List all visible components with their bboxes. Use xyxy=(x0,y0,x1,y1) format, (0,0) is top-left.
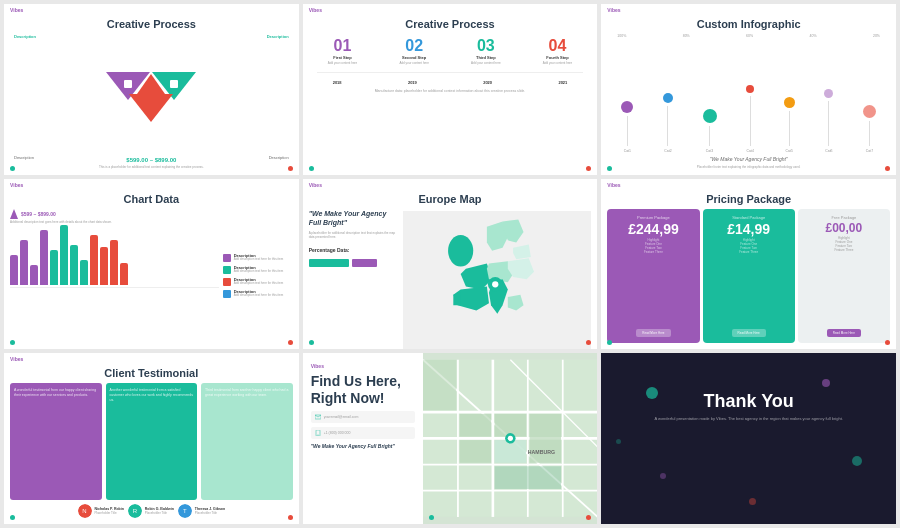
brand-label: Vibes xyxy=(607,7,620,13)
legend-desc: Add description text here for this item xyxy=(234,258,284,262)
person-title-2: Placeholder Title xyxy=(145,511,174,515)
price-feature-standard: HighlightFeature OneFeature TwoFeature T… xyxy=(739,238,758,255)
price-card-premium: Premium Package £244,99 HighlightFeature… xyxy=(607,209,699,344)
bg-dot-5 xyxy=(749,498,756,505)
price-label-premium: Premium Package xyxy=(637,215,670,220)
brand-label: Vibes xyxy=(309,7,322,13)
slide-title: Chart Data xyxy=(124,193,180,205)
bar xyxy=(120,263,128,285)
bar xyxy=(110,240,118,285)
bar xyxy=(50,250,58,285)
step-num-3: 03 xyxy=(477,38,495,54)
testimonial-card-3: Third testimonial from another happy cli… xyxy=(201,383,293,500)
infographic-footer: Placeholder footer text explaining the i… xyxy=(611,165,886,169)
testimonial-people: N Nicholas P. Robin Placeholder Title R … xyxy=(10,504,293,518)
brand-label: Vibes xyxy=(309,182,322,188)
timeline-line: 2018 2019 2020 2021 xyxy=(309,68,592,85)
step-label-3: Third Step xyxy=(476,55,496,60)
inf-line xyxy=(789,111,790,146)
phone-placeholder: +1 (800) 000 000 xyxy=(324,431,351,435)
desc-bottom-right: Description xyxy=(269,155,289,163)
legend-color-4 xyxy=(223,290,231,298)
desc-bottom-left: Description xyxy=(14,155,34,163)
inf-col-4: Cat4 xyxy=(746,85,754,153)
slide-europe-map: Vibes Europe Map "We Make Your Agency Fu… xyxy=(303,179,598,350)
svg-rect-33 xyxy=(529,414,560,463)
step-num-2: 02 xyxy=(405,38,423,54)
steps-container: 01 First Step Add your content here 02 S… xyxy=(309,38,592,66)
year-4: 2021 xyxy=(558,80,567,85)
thankyou-subtitle: A wonderful presentation made by Vibes. … xyxy=(654,416,842,422)
pct-bar-teal xyxy=(309,259,349,267)
svg-point-17 xyxy=(317,434,318,435)
dot-teal xyxy=(429,515,434,520)
avatar-1: N xyxy=(78,504,92,518)
bar xyxy=(20,240,28,285)
svg-rect-31 xyxy=(459,440,490,463)
bg-dot-2 xyxy=(822,379,830,387)
step-2: 02 Second Step Add your content here xyxy=(380,38,448,66)
slide-footer: Manufacture data: placeholder for additi… xyxy=(375,89,526,93)
map-left-panel: "We Make Your Agency Full Bright" A plac… xyxy=(309,209,399,350)
slide-creative-process-1: Vibes Creative Process Description Descr… xyxy=(4,4,299,175)
slide-pricing: Vibes Pricing Package Premium Package £2… xyxy=(601,179,896,350)
price-feature-free: HighlightFeature OneFeature TwoFeature T… xyxy=(834,236,853,253)
inf-label: 100% xyxy=(617,34,626,38)
bg-dot-6 xyxy=(616,439,621,444)
inf-cat-label: Cat5 xyxy=(786,149,793,153)
dot-red xyxy=(586,166,591,171)
inf-dot-purple xyxy=(621,101,633,113)
svg-marker-5 xyxy=(453,292,460,305)
step-label-1: First Step xyxy=(333,55,351,60)
find-phone-input[interactable]: +1 (800) 000 000 xyxy=(311,427,415,439)
svg-rect-35 xyxy=(494,467,560,490)
legend-item-3: Description Add description text here fo… xyxy=(223,277,293,286)
price-amount-premium: £244,99 xyxy=(628,222,679,236)
slide-infographic: Vibes Custom Infographic 100% 80% 60% 40… xyxy=(601,4,896,175)
slide-title: Client Testimonial xyxy=(104,367,198,379)
person-info-1: Nicholas P. Robin Placeholder Title xyxy=(95,507,124,515)
inf-cat-label: Cat1 xyxy=(624,149,631,153)
find-email-input[interactable]: youremail@email.com xyxy=(311,411,415,423)
year-3: 2020 xyxy=(483,80,492,85)
slide-creative-process-2: Vibes Creative Process 01 First Step Add… xyxy=(303,4,598,175)
legend-item-1: Description Add description text here fo… xyxy=(223,253,293,262)
slide-title: Custom Infographic xyxy=(697,18,801,30)
inf-labels: 100% 80% 60% 40% 20% xyxy=(611,34,886,38)
desc-label-right: Description xyxy=(267,34,289,39)
thankyou-bg-dots xyxy=(601,353,896,524)
bar xyxy=(60,225,68,285)
inf-label: 80% xyxy=(683,34,690,38)
chart-price: $599 – $899.00 xyxy=(21,211,56,217)
svg-text:HAMBURG: HAMBURG xyxy=(527,449,554,455)
map-container: "We Make Your Agency Full Bright" A plac… xyxy=(309,209,592,350)
bg-dot-1 xyxy=(646,387,658,399)
slide-thankyou: Thank You A wonderful presentation made … xyxy=(601,353,896,524)
chart-container: $599 – $899.00 Additional description te… xyxy=(10,209,293,344)
price-btn-standard[interactable]: Read More Here xyxy=(732,329,766,337)
legend-desc: Add description text here for this item xyxy=(234,282,284,286)
find-left-panel: Vibes Find Us Here, Right Now! youremail… xyxy=(303,353,423,524)
person-1: N Nicholas P. Robin Placeholder Title xyxy=(78,504,124,518)
inf-dot-red2 xyxy=(863,105,876,118)
inf-cat-label: Cat7 xyxy=(866,149,873,153)
price-btn-premium[interactable]: Read More Here xyxy=(636,329,670,337)
testimonial-card-2: Another wonderful testimonial from a sat… xyxy=(106,383,198,500)
bg-dot-3 xyxy=(852,456,862,466)
dot-teal xyxy=(607,166,612,171)
year-2: 2019 xyxy=(408,80,417,85)
step-4: 04 Fourth Step Add your content here xyxy=(524,38,592,66)
legend-text-1: Description Add description text here fo… xyxy=(234,253,284,262)
dot-red xyxy=(288,166,293,171)
step-desc-4: Add your content here xyxy=(543,62,573,66)
year-1: 2018 xyxy=(333,80,342,85)
price-label-free: Free Package xyxy=(831,215,856,220)
inf-cat-label: Cat4 xyxy=(746,149,753,153)
triangle-red xyxy=(129,94,173,122)
price-btn-free[interactable]: Read More Here xyxy=(827,329,861,337)
inf-line xyxy=(709,126,710,146)
inf-line xyxy=(627,116,628,146)
bg-dot-4 xyxy=(660,473,666,479)
slide-title: Europe Map xyxy=(419,193,482,205)
inf-col-3: Cat3 xyxy=(703,109,717,153)
